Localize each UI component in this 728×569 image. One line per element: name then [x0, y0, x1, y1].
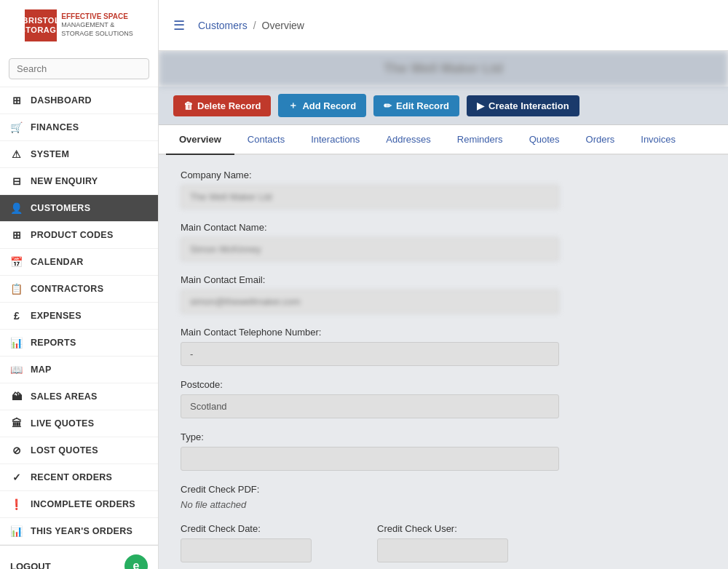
sidebar-label-expenses: EXPENSES [31, 311, 82, 321]
tab-invoices[interactable]: Invoices [628, 125, 689, 155]
sidebar-item-map[interactable]: 📖 MAP [0, 357, 158, 383]
search-input[interactable] [9, 58, 149, 79]
create-label: Create Interaction [488, 100, 569, 111]
sidebar-label-calendar: CALENDAR [31, 257, 84, 267]
sidebar-label-finances: FINANCES [31, 122, 79, 132]
contact-name-field[interactable]: Simon McKinney [181, 237, 559, 261]
company-name-label: Company Name: [181, 170, 559, 180]
sidebar-label-dashboard: DASHBOARD [31, 95, 92, 106]
contact-phone-field[interactable]: - [181, 342, 559, 366]
type-field[interactable] [181, 447, 559, 471]
breadcrumb-customers[interactable]: Customers [198, 20, 248, 31]
form-area: Company Name: The Well Maker Ltd Main Co… [159, 155, 728, 569]
logo-icon: BRISTOL STORAGE [25, 9, 57, 41]
sidebar-label-new-enquiry: NEW ENQUIRY [31, 176, 98, 186]
recent-orders-icon: ✓ [10, 471, 23, 483]
sidebar-item-live-quotes[interactable]: 🏛 LIVE QUOTES [0, 410, 158, 437]
search-box[interactable] [0, 51, 158, 87]
sidebar-item-dashboard[interactable]: ⊞ DASHBOARD [0, 87, 158, 114]
contact-email-label: Main Contact Email: [181, 274, 559, 285]
type-group: Type: [181, 431, 559, 471]
calendar-icon: 📅 [10, 256, 23, 268]
toolbar: 🗑 Delete Record ＋ Add Record ✏ Edit Reco… [159, 87, 728, 125]
logout-button[interactable]: Logout [10, 561, 51, 570]
sidebar-item-reports[interactable]: 📊 REPORTS [0, 330, 158, 357]
postcode-field[interactable]: Scotland [181, 394, 559, 418]
sidebar-item-system[interactable]: ⚠ SYSTEM [0, 141, 158, 168]
contractors-icon: 📋 [10, 283, 23, 295]
credit-date-label: Credit Check Date: [181, 523, 363, 534]
sidebar-item-contractors[interactable]: 📋 CONTRACTORS [0, 276, 158, 303]
contact-name-label: Main Contact Name: [181, 222, 559, 233]
tab-addresses[interactable]: Addresses [373, 125, 443, 155]
contact-name-group: Main Contact Name: Simon McKinney [181, 222, 559, 261]
postcode-label: Postcode: [181, 379, 559, 390]
delete-icon: 🗑 [183, 100, 193, 111]
this-years-orders-icon: 📊 [10, 525, 23, 537]
hamburger-icon[interactable]: ☰ [173, 17, 185, 33]
sidebar-label-this-years-orders: THIS YEAR'S ORDERS [31, 526, 132, 536]
contact-email-field[interactable]: simon@thewellmaker.com [181, 290, 559, 314]
company-name-field[interactable]: The Well Maker Ltd [181, 185, 559, 209]
sidebar-item-product-codes[interactable]: ⊞ PRODUCT CODES [0, 222, 158, 249]
sidebar-label-system: SYSTEM [31, 149, 69, 159]
live-quotes-icon: 🏛 [10, 418, 23, 429]
logo-tagline: EFFECTIVE SPACE MANAGEMENT & STORAGE SOL… [61, 12, 132, 38]
create-icon: ▶ [477, 100, 484, 111]
edit-icon: ✏ [384, 100, 392, 111]
create-interaction-button[interactable]: ▶ Create Interaction [467, 95, 579, 116]
add-record-button[interactable]: ＋ Add Record [278, 94, 366, 117]
sidebar-label-map: MAP [31, 365, 52, 375]
top-bar: BRISTOL STORAGE EFFECTIVE SPACE MANAGEME… [0, 0, 728, 51]
sidebar-label-contractors: CONTRACTORS [31, 284, 103, 294]
edit-record-button[interactable]: ✏ Edit Record [373, 95, 459, 116]
tab-overview[interactable]: Overview [166, 125, 234, 155]
breadcrumb-current: Overview [262, 20, 304, 31]
finances-icon: 🛒 [10, 122, 23, 133]
tab-contacts[interactable]: Contacts [234, 125, 298, 155]
product-codes-icon: ⊞ [10, 229, 23, 241]
sidebar-item-calendar[interactable]: 📅 CALENDAR [0, 249, 158, 276]
credit-pdf-label: Credit Check PDF: [181, 484, 559, 495]
breadcrumb: ☰ Customers / Overview [159, 17, 728, 33]
logo-area: BRISTOL STORAGE EFFECTIVE SPACE MANAGEME… [0, 0, 159, 51]
sidebar-item-lost-quotes[interactable]: ⊘ LOST QUOTES [0, 437, 158, 464]
tab-reminders[interactable]: Reminders [444, 125, 516, 155]
credit-user-label: Credit Check User: [377, 523, 559, 534]
tab-interactions[interactable]: Interactions [298, 125, 373, 155]
sidebar-label-recent-orders: RECENT ORDERS [31, 472, 112, 482]
sidebar: ⊞ DASHBOARD 🛒 FINANCES ⚠ SYSTEM ⊟ NEW EN… [0, 51, 159, 569]
sidebar-label-sales-areas: SALES AREAS [31, 391, 98, 402]
sales-areas-icon: 🏔 [10, 391, 23, 402]
tabs-bar: Overview Contacts Interactions Addresses… [159, 125, 728, 155]
customers-icon: 👤 [10, 202, 23, 214]
sidebar-item-new-enquiry[interactable]: ⊟ NEW ENQUIRY [0, 168, 158, 195]
tab-quotes[interactable]: Quotes [516, 125, 573, 155]
expenses-icon: £ [10, 310, 23, 322]
credit-user-field[interactable] [377, 538, 508, 562]
breadcrumb-separator: / [253, 20, 256, 31]
lost-quotes-icon: ⊘ [10, 445, 23, 456]
company-name-group: Company Name: The Well Maker Ltd [181, 170, 559, 209]
record-title: The Well Maker Ltd [159, 51, 728, 87]
credit-pdf-group: Credit Check PDF: No file attached [181, 484, 559, 510]
sidebar-item-this-years-orders[interactable]: 📊 THIS YEAR'S ORDERS [0, 518, 158, 545]
contact-phone-label: Main Contact Telephone Number: [181, 327, 559, 338]
dashboard-icon: ⊞ [10, 95, 23, 106]
sidebar-item-finances[interactable]: 🛒 FINANCES [0, 114, 158, 141]
main-layout: ⊞ DASHBOARD 🛒 FINANCES ⚠ SYSTEM ⊟ NEW EN… [0, 51, 728, 569]
sidebar-item-expenses[interactable]: £ EXPENSES [0, 303, 158, 330]
credit-user-group: Credit Check User: [377, 523, 559, 562]
credit-date-field[interactable] [181, 538, 312, 562]
sidebar-item-customers[interactable]: 👤 CUSTOMERS [0, 195, 158, 222]
reports-icon: 📊 [10, 337, 23, 349]
tab-orders[interactable]: Orders [573, 125, 628, 155]
delete-record-button[interactable]: 🗑 Delete Record [173, 95, 271, 116]
sidebar-item-recent-orders[interactable]: ✓ RECENT ORDERS [0, 464, 158, 491]
system-icon: ⚠ [10, 148, 23, 160]
sidebar-item-incomplete-orders[interactable]: ❗ INCOMPLETE ORDERS [0, 491, 158, 518]
delete-label: Delete Record [197, 100, 261, 111]
sidebar-label-incomplete-orders: INCOMPLETE ORDERS [31, 499, 135, 509]
add-label: Add Record [302, 100, 356, 111]
sidebar-item-sales-areas[interactable]: 🏔 SALES AREAS [0, 383, 158, 410]
